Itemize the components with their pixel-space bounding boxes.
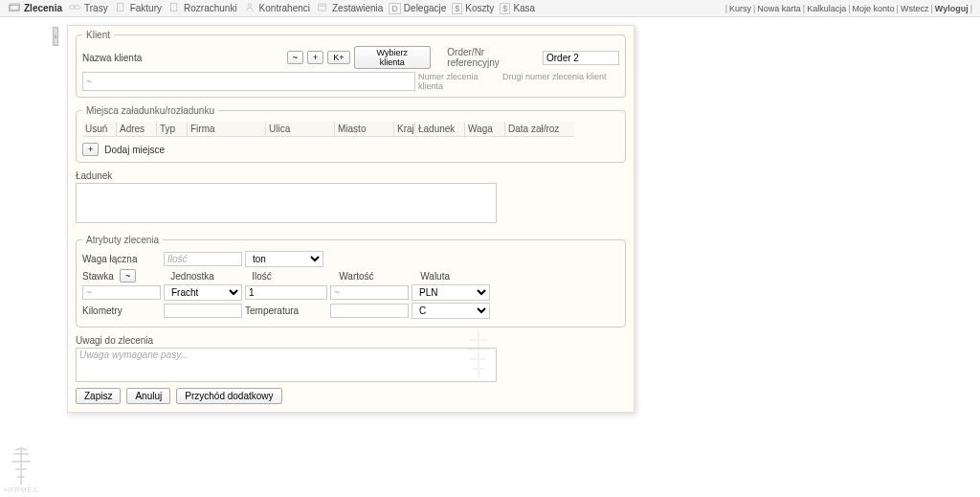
temperatura-unit-select[interactable]: C: [412, 303, 490, 319]
col-kraj: Kraj: [394, 122, 415, 137]
nav-koszty[interactable]: $ Koszty: [452, 3, 494, 14]
order-form-panel: Klient Nazwa klienta ~ + K+ Wybierz klie…: [67, 25, 635, 413]
stawka-tilde-button[interactable]: ~: [120, 269, 136, 282]
nav-trasy[interactable]: Trasy: [68, 2, 108, 14]
jednostka-select[interactable]: Fracht: [164, 284, 242, 301]
sidebar-collapse-handle[interactable]: ›: [53, 27, 58, 46]
col-miasto: Miasto: [335, 122, 394, 137]
col-ladunek: Ładunek: [415, 122, 465, 137]
waluta-label: Waluta: [420, 271, 450, 282]
svg-point-6: [248, 4, 252, 8]
client-tilde-button[interactable]: ~: [287, 51, 303, 64]
waga-laczna-label: Waga łączna: [82, 254, 161, 264]
uwagi-textarea[interactable]: [76, 348, 497, 382]
dollar-icon: $: [452, 3, 462, 14]
nav-rozrachunki-label: Rozrachunki: [184, 3, 237, 13]
link-nowa-karta[interactable]: Nowa karta: [757, 4, 801, 13]
nav-zlecenia-label: Zlecenia: [24, 3, 62, 13]
places-table-header: Usuń Adres Typ Firma Ulica Miasto Kraj Ł…: [82, 122, 619, 137]
col-waga: Waga: [465, 122, 505, 137]
ilosc-input[interactable]: [245, 285, 327, 300]
nav-delegacje[interactable]: D Delegacje: [389, 3, 446, 14]
order2-input[interactable]: [543, 51, 619, 65]
action-row: Zapisz Anuluj Przychód dodatkowy: [76, 388, 626, 404]
svg-rect-5: [171, 3, 177, 11]
link-kursy[interactable]: Kursy: [729, 4, 751, 13]
unit-select[interactable]: ton: [245, 251, 323, 267]
wartosc-input[interactable]: [330, 285, 409, 300]
kilometry-input[interactable]: [164, 304, 242, 318]
svg-rect-4: [117, 3, 122, 11]
calendar-icon: [316, 2, 329, 14]
jednostka-label: Jednostka: [170, 271, 249, 282]
nav-faktury[interactable]: Faktury: [114, 2, 162, 14]
main-nav: Zlecenia Trasy Faktury Rozrachunki Kontr…: [8, 2, 535, 14]
waluta-select[interactable]: PLN: [412, 284, 490, 301]
svg-point-2: [69, 5, 75, 9]
link-moje-konto[interactable]: Moje konto: [853, 4, 895, 13]
nav-zestawienia[interactable]: Zestawienia: [316, 2, 383, 14]
ladunek-textarea[interactable]: [76, 183, 497, 223]
watermark-icon: [459, 326, 498, 385]
nav-kasa-label: Kasa: [513, 3, 535, 13]
svg-point-3: [75, 5, 80, 9]
client-legend: Klient: [82, 30, 114, 40]
client-second-order-hint: Drugi numer zlecenia klient: [502, 72, 607, 91]
document-icon: [167, 2, 181, 14]
order-reference-label: Order/Nr referencyjny: [447, 47, 535, 68]
cards-icon: [8, 2, 21, 14]
waga-laczna-input[interactable]: [164, 252, 242, 266]
attributes-fieldset: Atrybuty zlecenia Waga łączna ton Stawka…: [76, 235, 626, 328]
temperatura-input[interactable]: [330, 304, 409, 318]
places-fieldset: Miejsca załadunku/rozładunku Usuń Adres …: [76, 105, 626, 163]
nav-kasa[interactable]: $ Kasa: [500, 3, 535, 14]
client-kplus-button[interactable]: K+: [327, 51, 349, 64]
col-typ: Typ: [157, 122, 188, 137]
additional-income-button[interactable]: Przychód dodatkowy: [176, 388, 281, 404]
svg-rect-7: [319, 4, 326, 11]
dollar-icon: $: [500, 3, 510, 14]
temperatura-label: Temperatura: [245, 305, 327, 316]
link-wyloguj[interactable]: Wyloguj: [935, 4, 969, 13]
col-data: Data zał/roz: [505, 122, 574, 137]
nav-delegacje-label: Delegacje: [404, 3, 446, 13]
col-ulica: Ulica: [266, 122, 335, 137]
uwagi-label: Uwagi do zlecenia: [76, 335, 626, 346]
top-bar: Zlecenia Trasy Faktury Rozrachunki Kontr…: [0, 0, 980, 17]
person-icon: [243, 2, 256, 14]
add-place-label: Dodaj miejsce: [104, 145, 165, 155]
client-order-number-hint: Numer zlecenia klienta: [418, 72, 500, 91]
add-place-button[interactable]: +: [82, 143, 99, 156]
client-plus-button[interactable]: +: [307, 51, 323, 64]
user-menu: |Kursy |Nowa karta |Kalkulacja |Moje kon…: [725, 4, 972, 13]
ladunek-label: Ładunek: [76, 170, 626, 181]
nav-trasy-label: Trasy: [84, 3, 108, 13]
select-client-button[interactable]: Wybierz klienta: [354, 46, 431, 69]
link-icon: [68, 2, 81, 14]
stawka-input[interactable]: [82, 285, 161, 300]
client-name-label: Nazwa klienta: [82, 53, 283, 63]
col-usun: Usuń: [82, 122, 117, 137]
save-button[interactable]: Zapisz: [76, 388, 121, 404]
nav-kontrahenci[interactable]: Kontrahenci: [243, 2, 310, 14]
nav-faktury-label: Faktury: [130, 3, 162, 13]
nav-rozrachunki[interactable]: Rozrachunki: [167, 2, 237, 14]
cancel-button[interactable]: Anuluj: [126, 388, 170, 404]
ilosc-label: Ilość: [252, 271, 336, 282]
letter-d-icon: D: [389, 3, 401, 14]
document-icon: [114, 2, 127, 14]
col-adres: Adres: [117, 122, 157, 137]
stawka-label: Stawka: [82, 271, 117, 282]
nav-koszty-label: Koszty: [465, 3, 494, 13]
places-legend: Miejsca załadunku/rozładunku: [82, 105, 218, 116]
wartosc-label: Wartość: [339, 271, 417, 282]
nav-kontrahenci-label: Kontrahenci: [259, 3, 310, 13]
kilometry-label: Kilometry: [82, 305, 161, 316]
col-firma: Firma: [188, 122, 266, 137]
client-name-input[interactable]: [82, 72, 415, 91]
link-kalkulacja[interactable]: Kalkulacja: [807, 4, 846, 13]
nav-zlecenia[interactable]: Zlecenia: [8, 2, 62, 14]
client-fieldset: Klient Nazwa klienta ~ + K+ Wybierz klie…: [76, 30, 626, 98]
attributes-legend: Atrybuty zlecenia: [82, 235, 163, 245]
link-wstecz[interactable]: Wstecz: [901, 4, 929, 13]
